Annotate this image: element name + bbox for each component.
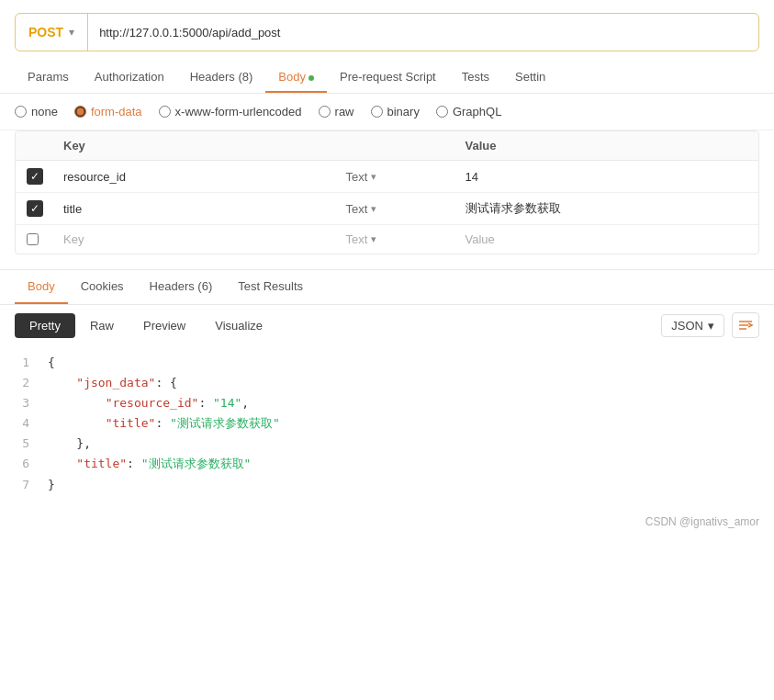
body-dot-indicator [308, 75, 314, 81]
key-cell-placeholder: Key [63, 232, 346, 246]
key-cell: title [63, 202, 346, 216]
response-tab-testresults[interactable]: Test Results [225, 270, 316, 304]
checkbox-cell[interactable]: ✓ [27, 200, 63, 217]
wrap-icon[interactable] [732, 312, 759, 338]
tab-headers[interactable]: Headers (8) [177, 62, 266, 93]
option-graphql[interactable]: GraphQL [436, 105, 501, 119]
key-header: Key [63, 139, 346, 152]
form-table-header: Key Value [16, 131, 758, 161]
tab-authorization[interactable]: Authorization [82, 62, 177, 93]
table-row: ✓ resource_id Text ▾ 14 [16, 161, 758, 193]
code-line: 7 } [15, 475, 759, 495]
value-header: Value [466, 139, 748, 152]
type-chevron-icon: ▾ [371, 203, 376, 215]
watermark: CSDN @ignativs_amor [0, 510, 774, 532]
code-line: 3 "resource_id": "14", [15, 393, 759, 413]
code-block: 1 { 2 "json_data": { 3 "resource_id": "1… [0, 345, 774, 510]
response-tab-cookies[interactable]: Cookies [68, 270, 137, 304]
table-row: ✓ title Text ▾ 测试请求参数获取 [16, 193, 758, 225]
checkbox-checked[interactable]: ✓ [27, 168, 43, 185]
format-right: JSON ▾ [661, 312, 759, 338]
chevron-down-icon: ▾ [69, 26, 74, 39]
format-raw[interactable]: Raw [75, 313, 129, 338]
code-line: 1 { [15, 353, 759, 373]
url-bar: POST ▾ [15, 13, 759, 51]
format-pretty[interactable]: Pretty [15, 313, 75, 338]
format-toolbar: Pretty Raw Preview Visualize JSON ▾ [0, 305, 774, 345]
table-row: Key Text ▾ Value [16, 225, 758, 254]
response-tab-body[interactable]: Body [15, 270, 68, 304]
checkbox-cell[interactable]: ✓ [27, 168, 63, 185]
type-chevron-icon: ▾ [371, 171, 376, 183]
checkbox-checked[interactable]: ✓ [27, 200, 43, 217]
option-raw[interactable]: raw [319, 105, 354, 119]
type-chevron-icon: ▾ [371, 233, 376, 245]
type-cell-placeholder: Text ▾ [346, 232, 466, 246]
method-selector[interactable]: POST ▾ [16, 14, 88, 51]
tab-settings[interactable]: Settin [502, 62, 558, 93]
value-cell-placeholder: Value [466, 232, 748, 246]
key-cell: resource_id [63, 170, 346, 184]
response-tabs: Body Cookies Headers (6) Test Results [0, 270, 774, 305]
nav-tabs: Params Authorization Headers (8) Body Pr… [0, 62, 774, 94]
body-options: none form-data x-www-form-urlencoded raw… [0, 94, 774, 130]
option-formdata[interactable]: form-data [74, 105, 142, 119]
type-cell[interactable]: Text ▾ [346, 170, 466, 184]
value-cell: 14 [466, 170, 748, 184]
url-input[interactable] [88, 26, 758, 40]
format-preview[interactable]: Preview [129, 313, 200, 338]
checkbox-cell[interactable] [27, 233, 63, 245]
response-section: Body Cookies Headers (6) Test Results Pr… [0, 269, 774, 510]
code-line: 2 "json_data": { [15, 373, 759, 393]
code-line: 5 }, [15, 434, 759, 454]
option-binary[interactable]: binary [371, 105, 420, 119]
option-none[interactable]: none [15, 105, 58, 119]
method-label: POST [28, 25, 63, 40]
type-cell[interactable]: Text ▾ [346, 202, 466, 216]
response-tab-headers[interactable]: Headers (6) [137, 270, 226, 304]
chevron-down-icon: ▾ [708, 319, 714, 333]
tab-body[interactable]: Body [265, 62, 327, 93]
json-type-selector[interactable]: JSON ▾ [661, 314, 724, 337]
code-line: 6 "title": "测试请求参数获取" [15, 454, 759, 474]
code-line: 4 "title": "测试请求参数获取" [15, 413, 759, 434]
tab-prerequest[interactable]: Pre-request Script [327, 62, 449, 93]
checkbox-empty[interactable] [27, 233, 39, 245]
tab-tests[interactable]: Tests [449, 62, 502, 93]
option-urlencoded[interactable]: x-www-form-urlencoded [159, 105, 302, 119]
format-visualize[interactable]: Visualize [200, 313, 277, 338]
value-cell: 测试请求参数获取 [466, 200, 748, 217]
form-table: Key Value ✓ resource_id Text ▾ 14 ✓ titl… [15, 130, 759, 254]
tab-params[interactable]: Params [15, 62, 82, 93]
